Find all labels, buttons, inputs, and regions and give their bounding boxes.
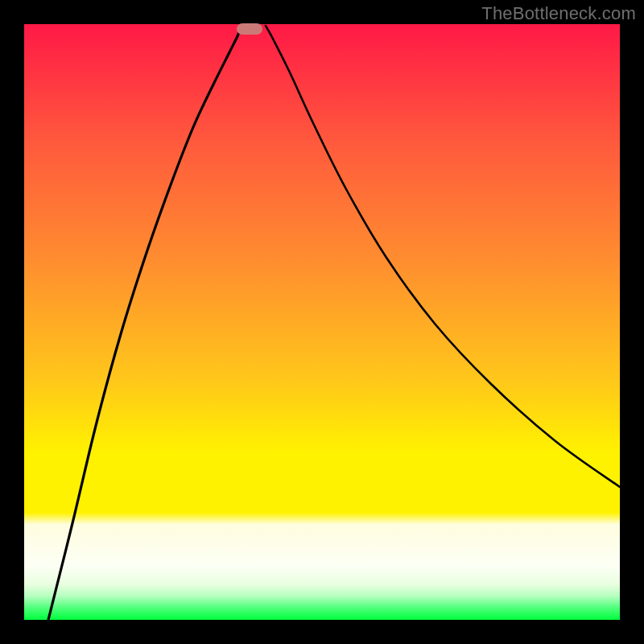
watermark-text: TheBottleneck.com — [481, 3, 636, 24]
curve-left — [48, 26, 242, 620]
curve-right — [266, 26, 620, 487]
chart-frame: TheBottleneck.com — [0, 0, 644, 644]
bottleneck-marker — [237, 23, 262, 35]
plot-area — [24, 24, 620, 620]
curve-layer — [24, 24, 620, 620]
